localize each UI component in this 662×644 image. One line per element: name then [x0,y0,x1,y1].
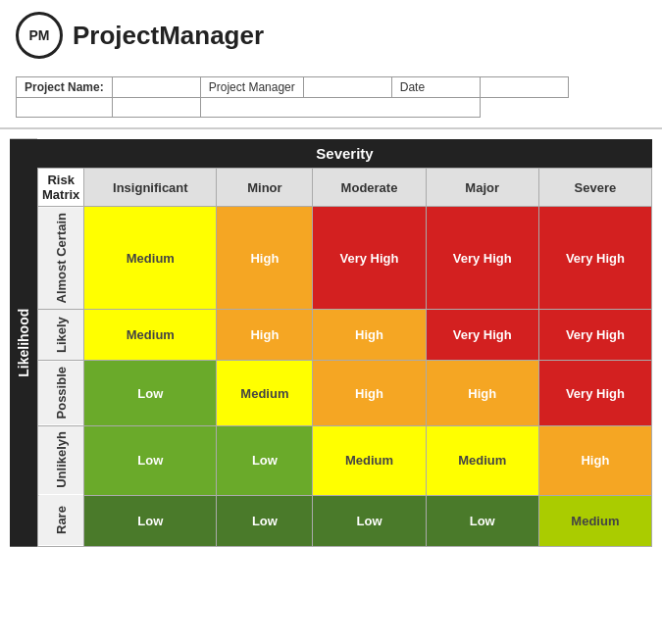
matrix-cell-r3-c0: Low [84,425,217,495]
matrix-cell-r1-c1: High [217,310,313,361]
matrix-cell-r3-c2: Medium [313,425,426,495]
matrix-cell-r4-c1: Low [217,495,313,546]
matrix-cell-r4-c2: Low [313,495,426,546]
header: PM ProjectManager [0,0,662,71]
matrix-container: Likelihood Severity Risk Matrix Insignif… [10,139,652,547]
matrix-cell-r3-c3: Medium [426,425,538,495]
matrix-cell-r2-c3: High [426,361,538,425]
matrix-cell-r2-c1: Medium [217,361,313,425]
matrix-cell-r0-c3: Very High [426,207,538,310]
severity-header: Severity [37,139,652,168]
matrix-cell-r3-c4: High [538,425,651,495]
risk-matrix-label: Risk Matrix [38,169,84,207]
matrix-cell-r3-c1: Low [217,425,313,495]
matrix-cell-r2-c2: High [313,361,426,425]
project-manager-label: Project Manager [200,77,303,98]
date-label: Date [391,77,480,98]
matrix-inner: Severity Risk Matrix Insignificant Minor… [37,139,652,547]
matrix-cell-r0-c2: Very High [313,207,426,310]
matrix-cell-r1-c2: High [313,310,426,361]
project-name-label: Project Name: [17,77,113,98]
date-input[interactable] [200,98,480,118]
matrix-cell-r4-c4: Medium [538,495,651,546]
row-label-3: Unlikelyh [38,425,84,495]
col-insignificant: Insignificant [84,169,217,207]
matrix-cell-r0-c1: High [217,207,313,310]
matrix-cell-r4-c0: Low [84,495,217,546]
matrix-cell-r4-c3: Low [426,495,538,546]
project-name-input[interactable] [17,98,113,118]
matrix-cell-r2-c4: Very High [538,361,651,425]
col-severe: Severe [538,169,651,207]
row-label-4: Rare [38,495,84,546]
matrix-cell-r0-c4: Very High [538,207,651,310]
matrix-cell-r2-c0: Low [84,361,217,425]
row-label-0: Almost Certain [38,207,84,310]
app-title: ProjectManager [73,21,264,51]
date-value[interactable] [480,77,568,98]
row-label-2: Possible [38,361,84,425]
matrix-cell-r1-c3: Very High [426,310,538,361]
project-manager-value[interactable] [303,77,391,98]
pm-input[interactable] [112,98,200,118]
matrix-table: Risk Matrix Insignificant Minor Moderate… [37,168,652,547]
matrix-cell-r1-c4: Very High [538,310,651,361]
col-moderate: Moderate [313,169,426,207]
logo: PM [16,12,63,59]
row-label-1: Likely [38,310,84,361]
matrix-cell-r0-c0: Medium [84,207,217,310]
col-minor: Minor [217,169,313,207]
likelihood-label: Likelihood [10,139,37,547]
matrix-cell-r1-c0: Medium [84,310,217,361]
project-name-value[interactable] [112,77,200,98]
col-major: Major [426,169,538,207]
project-info: Project Name: Project Manager Date [16,76,646,118]
divider [0,127,662,129]
